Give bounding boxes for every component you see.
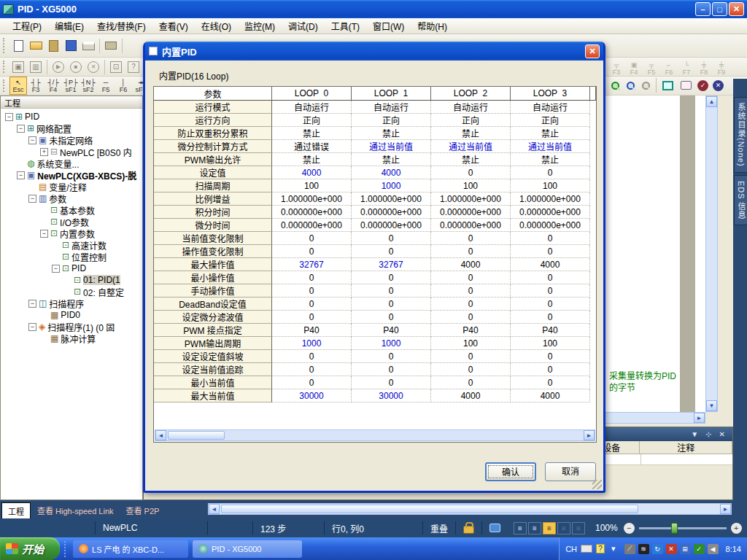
param-value-cell[interactable]: 通过当前值 [511, 140, 590, 153]
panel-close-icon[interactable]: ✕ [719, 430, 725, 438]
param-value-cell[interactable]: 4000 [511, 258, 590, 271]
collapse-icon[interactable]: − [28, 136, 36, 144]
sync-icon[interactable]: ↻ [652, 544, 663, 554]
param-value-cell[interactable]: 0 [511, 298, 590, 311]
tree-item[interactable]: −⊡内置参数 [1, 228, 142, 239]
param-value-cell[interactable]: 0 [431, 311, 511, 324]
tree-item[interactable]: ▦脉冲计算 [1, 332, 142, 344]
param-value-cell[interactable]: 禁止 [272, 153, 352, 166]
menu-item[interactable]: 帮助(H) [411, 18, 454, 34]
param-value-cell[interactable]: 0 [352, 232, 431, 245]
tree-item[interactable]: ▦PID0 [1, 309, 142, 321]
monitor-icon[interactable] [482, 521, 508, 534]
scroll-down-icon[interactable]: ▼ [706, 400, 717, 411]
param-value-cell[interactable]: 自动运行 [431, 101, 511, 114]
ladder-tool-f3[interactable]: ┤├F3 [27, 77, 44, 95]
param-value-cell[interactable]: 0 [352, 311, 431, 324]
param-value-cell[interactable]: 0 [511, 311, 590, 324]
param-value-cell[interactable]: 4000 [511, 389, 590, 402]
param-value-cell[interactable]: 30000 [272, 389, 352, 402]
run-icon[interactable]: ▶ [50, 58, 67, 76]
panel-tab-view[interactable]: 查看 High-speed Link [31, 502, 120, 518]
zoom-out-icon[interactable] [611, 82, 619, 90]
param-value-cell[interactable]: 0 [511, 166, 590, 179]
param-value-cell[interactable]: P40 [352, 324, 431, 337]
param-value-cell[interactable]: 0 [352, 298, 431, 311]
param-value-cell[interactable]: 100 [431, 337, 511, 350]
tab-eds-info[interactable]: EDS 信息 [734, 175, 747, 226]
param-value-cell[interactable]: 0.000000e+000 [272, 206, 352, 219]
menu-item[interactable]: 查看(V) [152, 18, 195, 34]
param-value-cell[interactable]: 0 [431, 232, 511, 245]
param-value-cell[interactable]: 0 [352, 271, 431, 284]
param-value-cell[interactable]: 0.000000e+000 [352, 219, 431, 232]
open-folder-icon[interactable] [27, 37, 44, 55]
menu-item[interactable]: 监控(M) [238, 18, 282, 34]
param-value-cell[interactable]: 0 [511, 232, 590, 245]
tree-item[interactable]: ▤变量/注释 [1, 181, 142, 192]
tree-item[interactable]: ⊡位置控制 [1, 251, 142, 262]
param-value-cell[interactable]: 0.000000e+000 [272, 219, 352, 232]
param-value-cell[interactable]: 0 [272, 284, 352, 298]
param-value-cell[interactable]: 0 [352, 350, 431, 363]
param-value-cell[interactable]: 0.000000e+000 [511, 206, 590, 219]
collapse-icon[interactable]: − [28, 195, 36, 203]
help-icon[interactable]: ? [596, 544, 605, 553]
wireless-icon[interactable]: ≋ [638, 544, 649, 554]
ladder-tool-f5[interactable]: ─F5 [97, 77, 115, 95]
menu-item[interactable]: 查找/替换(F) [90, 18, 152, 34]
save-icon[interactable] [62, 37, 80, 55]
param-value-cell[interactable]: P40 [431, 324, 511, 337]
param-value-cell[interactable]: 禁止 [352, 153, 431, 166]
scrollbar-thumb[interactable] [168, 431, 225, 440]
param-value-cell[interactable]: 0 [272, 298, 352, 311]
param-value-cell[interactable]: 自动运行 [352, 101, 431, 114]
param-value-cell[interactable]: 1.000000e+000 [272, 192, 352, 206]
param-value-cell[interactable]: 0.000000e+000 [511, 219, 590, 232]
paste-icon[interactable] [44, 37, 62, 55]
tree-item[interactable]: ◍系统变量... [1, 158, 142, 169]
collapse-icon[interactable]: − [28, 300, 36, 308]
pen-view-icon[interactable]: ≡ [528, 522, 541, 534]
abort-icon[interactable]: ✕ [85, 58, 102, 76]
param-value-cell[interactable]: 0 [431, 298, 511, 311]
grid-horizontal-scrollbar[interactable]: ◄ ► [155, 429, 595, 441]
param-value-cell[interactable]: 0 [511, 245, 590, 258]
param-value-cell[interactable]: 1000 [272, 337, 352, 350]
print-icon[interactable] [80, 37, 97, 55]
tree-item[interactable]: +⊟NewPLC [B0S0 内 [1, 146, 142, 158]
language-bar-options-icon[interactable]: ▾ [611, 544, 616, 553]
zoom-in-button[interactable]: + [731, 523, 742, 534]
param-value-cell[interactable]: 0 [352, 376, 431, 389]
column-comment[interactable]: 注释 [640, 441, 732, 454]
ladder-tool-sf2[interactable]: ┤N├sF2 [80, 77, 97, 95]
param-value-cell[interactable]: 30000 [352, 389, 431, 402]
stop-icon[interactable]: ■ [67, 58, 85, 76]
tree-item[interactable]: −⊞PID [1, 111, 142, 122]
param-value-cell[interactable]: 0 [272, 232, 352, 245]
param-value-cell[interactable]: 1.000000e+000 [352, 192, 431, 206]
ladder-tool-f6[interactable]: │F6 [115, 77, 132, 95]
param-value-cell[interactable]: 禁止 [431, 153, 511, 166]
zoom-slider[interactable]: − + [624, 523, 742, 534]
editor-vertical-scrollbar[interactable]: ▲ ▼ [705, 96, 718, 412]
param-value-cell[interactable]: 1000 [352, 179, 431, 192]
ladder-tool-sf1[interactable]: ┤P├sF1 [62, 77, 80, 95]
scroll-right-icon[interactable]: ► [720, 504, 731, 514]
help-tip-icon[interactable]: ? [125, 58, 142, 76]
param-value-cell[interactable]: 0.000000e+000 [431, 206, 511, 219]
scrollbar-thumb[interactable] [221, 505, 638, 513]
keyboard-icon[interactable] [581, 545, 592, 553]
param-value-cell[interactable]: 自动运行 [272, 101, 352, 114]
ladder-tool-f4[interactable]: ┤/├F4 [44, 77, 62, 95]
param-value-cell[interactable]: 100 [511, 337, 590, 350]
param-value-cell[interactable]: 0 [272, 363, 352, 376]
scroll-right-icon[interactable]: ► [584, 430, 595, 440]
param-value-cell[interactable]: 正向 [511, 114, 590, 127]
ok-button[interactable]: 确认 [485, 462, 536, 481]
param-value-cell[interactable]: 4000 [431, 389, 511, 402]
param-value-cell[interactable]: 通过错误 [272, 140, 352, 153]
info-icon[interactable]: ⊡ [107, 58, 125, 76]
param-value-cell[interactable]: 禁止 [511, 127, 590, 140]
param-value-cell[interactable]: 禁止 [352, 127, 431, 140]
